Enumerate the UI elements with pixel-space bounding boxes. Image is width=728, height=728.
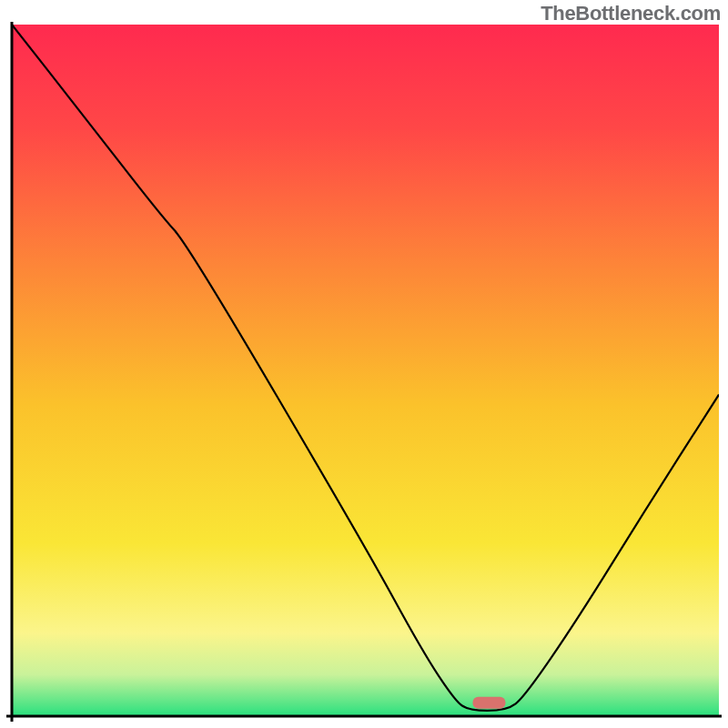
optimum-marker <box>472 697 505 709</box>
bottleneck-chart <box>0 0 728 728</box>
chart-container: { "watermark": "TheBottleneck.com", "cha… <box>0 0 728 728</box>
gradient-background <box>12 25 719 716</box>
